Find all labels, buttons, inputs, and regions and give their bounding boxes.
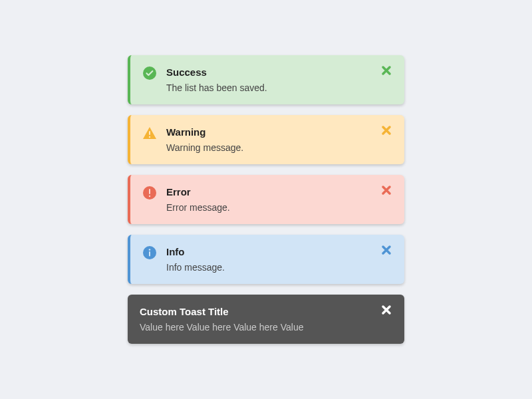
toast-title: Warning <box>166 126 372 139</box>
toast-success: Success The list has been saved. <box>128 55 404 104</box>
toast-body: Error Error message. <box>166 186 372 213</box>
svg-point-5 <box>149 196 150 197</box>
toast-message: Warning message. <box>166 142 372 154</box>
close-icon[interactable] <box>380 184 392 196</box>
info-circle-icon <box>142 245 157 260</box>
toast-body: Info Info message. <box>166 245 372 273</box>
toast-message: Value here Value here Value here Value <box>140 321 372 333</box>
error-circle-icon <box>142 186 157 200</box>
toast-message: Error message. <box>166 201 372 213</box>
toast-title: Error <box>166 186 372 199</box>
close-icon[interactable] <box>380 304 392 316</box>
svg-rect-4 <box>149 189 150 194</box>
toast-body: Success The list has been saved. <box>166 66 372 94</box>
toast-body: Custom Toast Title Value here Value here… <box>140 305 372 333</box>
toast-body: Warning Warning message. <box>166 126 372 154</box>
toast-title: Success <box>166 66 372 79</box>
toast-title: Custom Toast Title <box>140 305 372 319</box>
toast-title: Info <box>166 245 372 259</box>
toast-stack: Success The list has been saved. Warning… <box>128 55 404 344</box>
check-circle-icon <box>142 66 157 80</box>
warning-triangle-icon <box>142 126 157 140</box>
close-icon[interactable] <box>380 65 392 76</box>
toast-error: Error Error message. <box>128 175 404 224</box>
close-icon[interactable] <box>380 124 392 136</box>
svg-rect-8 <box>149 251 150 257</box>
close-icon[interactable] <box>380 244 392 256</box>
svg-point-2 <box>149 136 150 138</box>
svg-rect-1 <box>149 131 150 135</box>
toast-custom: Custom Toast Title Value here Value here… <box>128 295 404 344</box>
toast-message: Info message. <box>166 261 372 273</box>
toast-info: Info Info message. <box>128 235 404 284</box>
toast-message: The list has been saved. <box>166 82 372 94</box>
toast-warning: Warning Warning message. <box>128 115 404 164</box>
svg-point-7 <box>149 249 151 251</box>
